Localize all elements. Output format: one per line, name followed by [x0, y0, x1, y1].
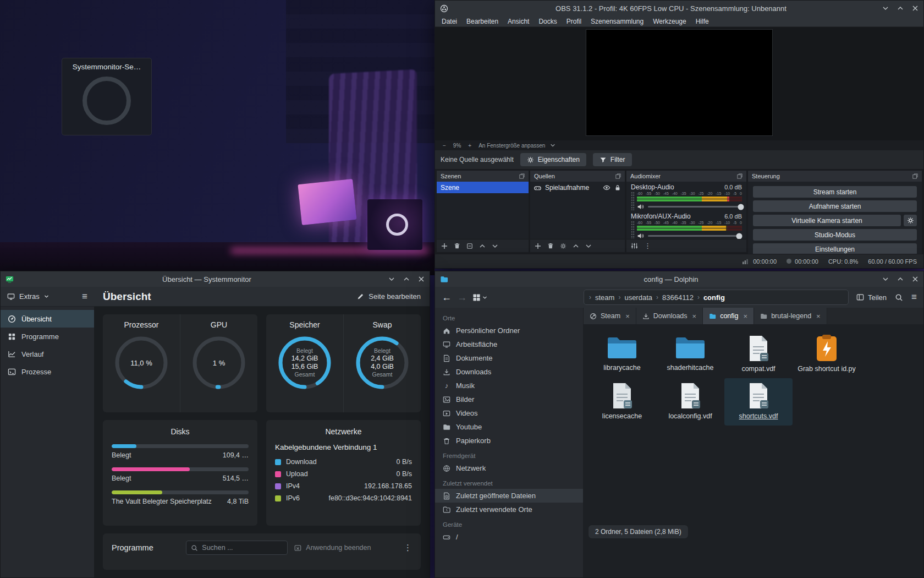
dock-popout-icon[interactable]: [912, 173, 918, 179]
scene-filters-icon[interactable]: [466, 243, 473, 249]
back-button[interactable]: ←: [442, 292, 452, 303]
place-network[interactable]: Netzwerk: [435, 461, 583, 475]
fit-to-window-label[interactable]: An Fenstergröße anpassen: [479, 143, 545, 149]
dock-popout-icon[interactable]: [737, 173, 743, 179]
mixer-dock-header[interactable]: Audiomixer: [626, 171, 746, 182]
speaker-icon[interactable]: [637, 232, 644, 239]
file-item-shaderhitcache[interactable]: shaderhitcache: [656, 331, 724, 378]
dock-popout-icon[interactable]: [519, 173, 525, 179]
sysmon-titlebar[interactable]: Übersicht — Systemmonitor: [1, 271, 430, 287]
volume-slider-handle[interactable]: [738, 204, 744, 210]
mixer-more-icon[interactable]: ⋮: [644, 242, 651, 250]
menu-hilfe[interactable]: Hilfe: [696, 18, 709, 25]
start-recording-button[interactable]: Aufnahme starten: [753, 200, 917, 212]
close-icon[interactable]: [912, 5, 919, 12]
lock-icon[interactable]: [614, 184, 621, 191]
visibility-eye-icon[interactable]: [603, 184, 610, 192]
sidebar-item-verlauf[interactable]: Verlauf: [1, 345, 94, 363]
menu-profil[interactable]: Profil: [566, 18, 581, 25]
tab-close-icon[interactable]: ×: [624, 312, 630, 320]
edit-page-button[interactable]: Seite bearbeiten: [357, 292, 421, 301]
place-home[interactable]: Persönlicher Ordner: [435, 324, 583, 337]
menu-szenensammlung[interactable]: Szenensammlung: [591, 18, 644, 25]
extras-menu[interactable]: Extras: [19, 292, 40, 301]
filter-button[interactable]: Filter: [593, 153, 632, 166]
move-scene-up-icon[interactable]: [479, 243, 486, 249]
file-item-shortcuts-vdf[interactable]: shortcuts.vdf: [724, 378, 793, 426]
system-monitor-widget[interactable]: Systemmonitor-Se…: [62, 58, 152, 135]
place-trash[interactable]: Papierkorb: [435, 434, 583, 448]
dolphin-titlebar[interactable]: config — Dolphin: [435, 271, 923, 287]
place-desktop[interactable]: Arbeitsfläche: [435, 337, 583, 351]
minimize-icon[interactable]: [882, 276, 889, 282]
remove-source-icon[interactable]: [547, 243, 554, 249]
controls-dock-header[interactable]: Steuerung: [748, 171, 922, 182]
zoom-in-button[interactable]: +: [466, 143, 474, 149]
obs-preview-area[interactable]: [435, 27, 923, 140]
source-list-item[interactable]: Spielaufnahme: [530, 182, 625, 194]
tab-downloads[interactable]: Downloads×: [636, 308, 703, 324]
properties-button[interactable]: Eigenschaften: [520, 153, 586, 166]
dock-popout-icon[interactable]: [615, 173, 621, 179]
sidebar-item-uebersicht[interactable]: Übersicht: [1, 310, 94, 328]
programs-search[interactable]: [186, 541, 288, 555]
tab-close-icon[interactable]: ×: [815, 312, 821, 320]
sidebar-item-prozesse[interactable]: Prozesse: [1, 363, 94, 380]
place-videos[interactable]: Videos: [435, 406, 583, 420]
menu-ansicht[interactable]: Ansicht: [508, 18, 529, 25]
scene-list-item[interactable]: Szene: [437, 182, 529, 193]
move-source-up-icon[interactable]: [573, 243, 579, 249]
remove-scene-icon[interactable]: [454, 243, 460, 249]
menu-datei[interactable]: Datei: [442, 18, 457, 25]
volume-slider[interactable]: [648, 235, 742, 237]
share-button[interactable]: Teilen: [856, 293, 887, 302]
search-input[interactable]: [202, 544, 283, 552]
volume-slider[interactable]: [648, 206, 742, 208]
obs-titlebar[interactable]: OBS 31.1.2 - Profil: 4K 60FPS Low CPU - …: [435, 1, 923, 16]
source-properties-icon[interactable]: [560, 243, 566, 249]
maximize-icon[interactable]: [403, 276, 410, 282]
tab-close-icon[interactable]: ×: [743, 312, 748, 320]
start-streaming-button[interactable]: Stream starten: [753, 186, 917, 198]
chevron-down-icon[interactable]: [44, 294, 49, 299]
tab-brutal-legend[interactable]: brutal-legend×: [754, 308, 827, 324]
file-item-grab-shortcut-id-py[interactable]: Grab shortcut id.py: [793, 331, 861, 378]
menu-werkzeuge[interactable]: Werkzeuge: [653, 18, 686, 25]
move-source-down-icon[interactable]: [585, 243, 592, 249]
tab-steam[interactable]: Steam×: [584, 308, 636, 324]
file-item-localconfig-vdf[interactable]: localconfig.vdf: [656, 378, 724, 426]
zoom-out-button[interactable]: −: [441, 143, 448, 149]
view-mode-button[interactable]: [472, 293, 487, 302]
minimize-icon[interactable]: [388, 276, 395, 282]
close-icon[interactable]: [912, 276, 919, 282]
maximize-icon[interactable]: [897, 5, 904, 12]
hamburger-menu-icon[interactable]: ≡: [911, 292, 917, 303]
virtual-camera-settings-button[interactable]: [904, 215, 917, 226]
fit-dropdown-icon[interactable]: [550, 143, 556, 148]
place-documents[interactable]: Dokumente: [435, 351, 583, 365]
scenes-dock-header[interactable]: Szenen: [437, 171, 529, 182]
start-virtual-camera-button[interactable]: Virtuelle Kamera starten: [753, 215, 901, 226]
place-recent-locations[interactable]: Zuletzt verwendete Orte: [435, 503, 583, 516]
channel-drag-handle[interactable]: [631, 192, 635, 210]
sources-dock-header[interactable]: Quellen: [530, 171, 625, 182]
close-icon[interactable]: [418, 276, 425, 282]
minimize-icon[interactable]: [882, 5, 889, 12]
place-youtube[interactable]: Youtube: [435, 420, 583, 434]
studio-mode-button[interactable]: Studio-Modus: [753, 229, 917, 241]
settings-button[interactable]: Einstellungen: [753, 243, 917, 255]
place-downloads[interactable]: Downloads: [435, 365, 583, 379]
end-application-button[interactable]: Anwendung beenden: [294, 544, 371, 552]
sidebar-item-programme[interactable]: Programme: [1, 328, 94, 345]
breadcrumb-config[interactable]: config: [703, 293, 725, 302]
hamburger-menu-icon[interactable]: ≡: [82, 291, 87, 302]
place-music[interactable]: ♪ Musik: [435, 379, 583, 392]
advanced-audio-icon[interactable]: [631, 242, 638, 249]
maximize-icon[interactable]: [897, 276, 904, 282]
place-recent-files[interactable]: Zuletzt geöffnete Dateien: [435, 489, 583, 503]
search-icon[interactable]: [895, 293, 903, 302]
breadcrumb-steam[interactable]: steam: [595, 293, 614, 302]
programs-more-icon[interactable]: ⋮: [404, 543, 412, 553]
tab-close-icon[interactable]: ×: [691, 312, 697, 320]
menu-docks[interactable]: Docks: [538, 18, 557, 25]
